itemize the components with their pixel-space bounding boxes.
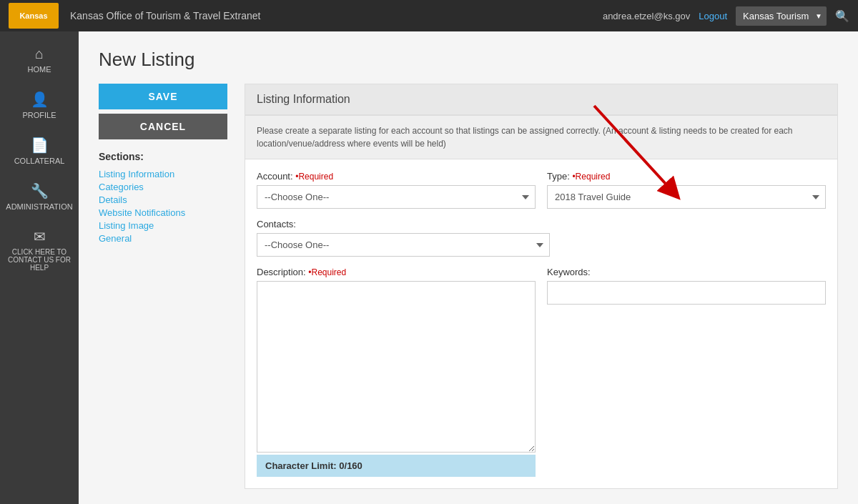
keywords-col: Keywords: — [547, 267, 826, 477]
cancel-button[interactable]: CANCEL — [99, 114, 227, 139]
account-select[interactable]: --Choose One-- — [257, 185, 536, 209]
sidebar-item-label-profile: PROFILE — [22, 111, 56, 119]
logout-link[interactable]: Logout — [699, 11, 727, 21]
collateral-icon: 📄 — [31, 137, 49, 154]
save-button[interactable]: SAVE — [99, 84, 227, 109]
sidebar-item-label-home: HOME — [28, 65, 51, 74]
main-layout: ⌂ HOME 👤 PROFILE 📄 COLLATERAL 🔧 ADMINIST… — [0, 31, 858, 504]
profile-icon: 👤 — [31, 91, 49, 108]
section-link-website-notifications[interactable]: Website Notifications — [99, 207, 185, 218]
description-required: •Required — [308, 267, 346, 277]
account-required: •Required — [295, 172, 333, 182]
navbar-right: andrea.etzel@ks.gov Logout Kansas Touris… — [603, 6, 849, 26]
sidebar-item-home[interactable]: ⌂ HOME — [0, 37, 79, 82]
account-group: Account: •Required --Choose One-- — [257, 171, 536, 209]
section-item-listing-image[interactable]: Listing Image — [99, 219, 209, 231]
two-col-layout: SAVE CANCEL Sections: Listing Informatio… — [99, 84, 838, 489]
type-label: Type: •Required — [547, 171, 826, 182]
section-item-details[interactable]: Details — [99, 194, 209, 205]
navbar-title: Kansas Office of Tourism & Travel Extran… — [70, 10, 603, 21]
logo-text: Kansas — [19, 11, 47, 20]
page-title: New Listing — [99, 49, 838, 71]
content-area: New Listing SAVE CANCEL Sections: Listin… — [79, 31, 858, 504]
logo: Kansas — [9, 3, 59, 29]
section-link-details[interactable]: Details — [99, 194, 127, 205]
section-link-listing-info[interactable]: Listing Information — [99, 169, 174, 179]
description-label: Description: •Required — [257, 267, 536, 277]
sections-label: Sections: — [99, 151, 209, 162]
description-textarea[interactable] — [257, 281, 536, 453]
char-limit-bar: Character Limit: 0/160 — [257, 455, 536, 477]
sidebar-item-administration[interactable]: 🔧 ADMINISTRATION — [0, 174, 79, 219]
sidebar-item-label-collateral: COLLATERAL — [14, 157, 65, 165]
sidebar-item-collateral[interactable]: 📄 COLLATERAL — [0, 128, 79, 174]
info-banner: Please create a separate listing for eac… — [245, 115, 837, 159]
action-buttons: SAVE CANCEL — [99, 84, 227, 139]
keywords-input[interactable] — [547, 281, 826, 305]
sidebar: ⌂ HOME 👤 PROFILE 📄 COLLATERAL 🔧 ADMINIST… — [0, 31, 79, 504]
section-item-categories[interactable]: Categories — [99, 181, 209, 192]
administration-icon: 🔧 — [31, 182, 49, 199]
account-type-row: Account: •Required --Choose One-- Type: … — [257, 171, 826, 209]
keywords-label: Keywords: — [547, 267, 826, 277]
account-label: Account: •Required — [257, 171, 536, 182]
section-item-website-notifications[interactable]: Website Notifications — [99, 207, 209, 218]
user-email: andrea.etzel@ks.gov — [603, 11, 690, 21]
type-select[interactable]: 2018 Travel Guide — [547, 185, 826, 209]
type-required: •Required — [572, 172, 610, 182]
contacts-group: Contacts: --Choose One-- — [257, 219, 550, 257]
desc-keywords-row: Description: •Required Character Limit: … — [257, 267, 826, 477]
panel-header: Listing Information — [245, 84, 837, 115]
search-icon[interactable]: 🔍 — [835, 9, 849, 23]
section-link-general[interactable]: General — [99, 233, 132, 244]
sidebar-item-label-administration: ADMINISTRATION — [6, 202, 72, 211]
home-icon: ⌂ — [35, 46, 44, 62]
form-panel: Listing Information Please create a sepa… — [245, 84, 838, 489]
sidebar-item-profile[interactable]: 👤 PROFILE — [0, 82, 79, 128]
sections-list: Listing Information Categories Details W… — [99, 168, 209, 244]
navbar: Kansas Kansas Office of Tourism & Travel… — [0, 0, 858, 31]
contacts-row: Contacts: --Choose One-- — [257, 219, 826, 257]
sections-nav: Sections: Listing Information Categories… — [99, 151, 209, 244]
section-link-listing-image[interactable]: Listing Image — [99, 220, 154, 231]
left-col: SAVE CANCEL Sections: Listing Informatio… — [99, 84, 227, 244]
type-group: Type: •Required 2018 Travel Guide — [547, 171, 826, 209]
section-link-categories[interactable]: Categories — [99, 182, 144, 192]
section-item-general[interactable]: General — [99, 232, 209, 244]
account-dropdown[interactable]: Kansas Tourism — [736, 6, 827, 26]
contacts-select[interactable]: --Choose One-- — [257, 233, 550, 257]
description-col: Description: •Required Character Limit: … — [257, 267, 536, 477]
form-body: Account: •Required --Choose One-- Type: … — [245, 159, 837, 488]
account-dropdown-wrap[interactable]: Kansas Tourism — [736, 6, 827, 26]
contacts-label: Contacts: — [257, 219, 550, 229]
sidebar-item-label-contact: CLICK HERE TO CONTACT US FOR HELP — [3, 248, 76, 272]
section-item-listing-info[interactable]: Listing Information — [99, 168, 209, 179]
contact-icon: ✉ — [34, 228, 46, 245]
sidebar-item-contact[interactable]: ✉ CLICK HERE TO CONTACT US FOR HELP — [0, 219, 79, 280]
